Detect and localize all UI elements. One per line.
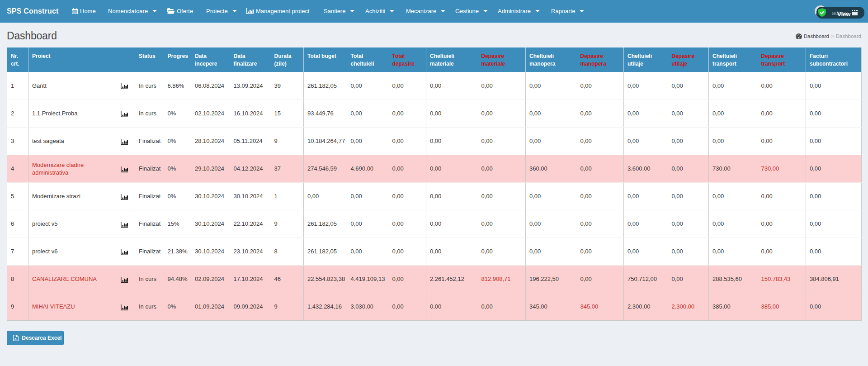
svg-text:x: x	[14, 337, 17, 341]
